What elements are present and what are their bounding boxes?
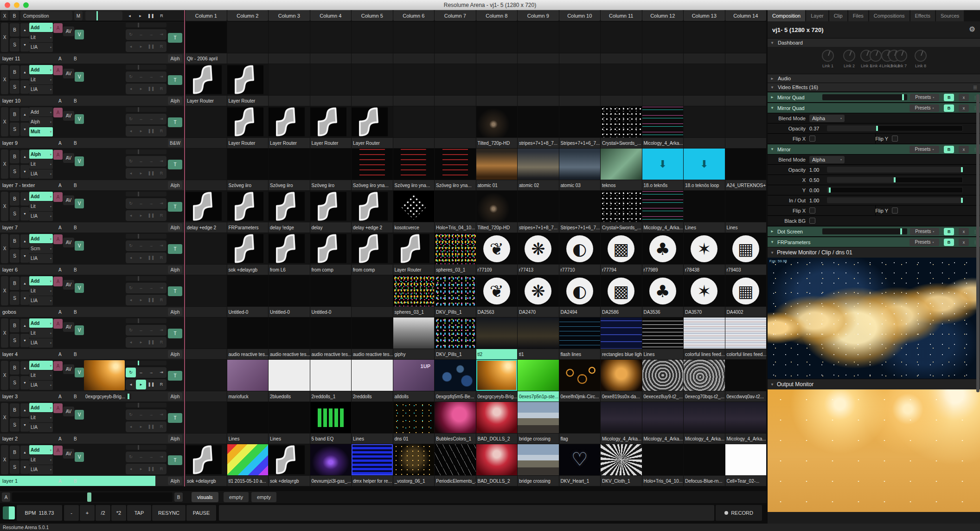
clip-thumbnail[interactable] (684, 444, 725, 475)
previous-frame-icon[interactable]: ◂ (126, 168, 136, 178)
layer-solo-button[interactable]: S (10, 165, 19, 178)
clip-name[interactable]: Lines (642, 349, 684, 359)
clip-cell[interactable]: Untitled-0 (310, 275, 352, 317)
hold-icon[interactable]: ⇥ (156, 368, 167, 377)
clip-thumbnail[interactable] (186, 444, 227, 475)
layer-clip-progress[interactable] (126, 65, 167, 70)
layer-blend-select[interactable]: LIA▾ (29, 423, 53, 432)
clip-name[interactable]: 0exelfn0jmk-Circ... (559, 391, 601, 401)
layer-name[interactable]: layer 3 (0, 394, 18, 399)
clip-name[interactable]: bridge crossing (518, 434, 559, 444)
loop-icon[interactable]: ↻ (126, 199, 136, 208)
clip-thumbnail[interactable] (476, 106, 518, 137)
clip-name[interactable]: dns 01 (393, 434, 435, 444)
crossfader-handle[interactable] (87, 492, 91, 502)
clip-name[interactable]: Holo+Tris_04_10... (435, 222, 476, 233)
clip-name[interactable]: 0exgrpfq5m5-Be... (435, 391, 476, 401)
clip-thumbnail[interactable] (393, 233, 435, 264)
gear-icon[interactable]: ⚙ (969, 25, 975, 33)
layer-clip-progress[interactable] (126, 445, 167, 450)
clip-cell[interactable]: BAD_DOLLS_2 (476, 402, 518, 444)
clip-thumbnail[interactable] (310, 275, 352, 306)
empty-clip-name[interactable] (559, 53, 601, 64)
deck-tab-visuals[interactable]: visuals (192, 492, 218, 502)
clip-name[interactable]: DA3536 (642, 307, 684, 317)
clip-thumbnail[interactable] (393, 402, 435, 433)
clip-cell[interactable]: colorful lines feed... (684, 317, 725, 359)
clip-thumbnail[interactable] (725, 149, 767, 180)
clip-cell[interactable]: Layer Router (269, 106, 310, 148)
layer-active-clip-thumbnail[interactable] (84, 360, 125, 390)
pause-icon[interactable]: ❚❚ (146, 380, 156, 389)
param-slider[interactable] (827, 197, 963, 203)
layer-transition-button[interactable]: T (168, 202, 182, 212)
clip-cell[interactable]: 0exelfn0jmk-Circ... (559, 360, 601, 401)
clip-cell[interactable]: 2reddolls_1 (310, 360, 352, 401)
clip-cell[interactable]: audio reactive tes... (227, 317, 269, 359)
effect-header-mirror-quad[interactable]: ▼Mirror QuadPresets▾Bx⋮ (768, 102, 980, 113)
clip-name[interactable]: 0exes7p5n1p-ste... (518, 391, 559, 401)
clip-thumbnail[interactable] (476, 191, 518, 222)
clip-thumbnail[interactable] (186, 64, 227, 95)
clip-thumbnail[interactable] (601, 64, 642, 95)
clip-name[interactable]: 0execg70bqs-t2_... (684, 391, 725, 401)
previous-frame-icon[interactable]: ◂ (126, 84, 136, 94)
layer-blend-select[interactable]: Add▾ (29, 403, 53, 412)
video-effects-header[interactable]: ▼ Video Effects (16) ☰ (768, 83, 980, 91)
tempo-button-[interactable]: - (64, 505, 79, 521)
empty-clip-cell[interactable] (435, 64, 476, 106)
tab-sources[interactable]: Sources (936, 10, 964, 21)
clip-cell[interactable]: Layer Router (186, 64, 227, 106)
clip-thumbnail[interactable] (476, 402, 518, 433)
clip-thumbnail[interactable] (310, 360, 352, 391)
clip-thumbnail[interactable] (559, 444, 601, 475)
crossfader-assign-a[interactable]: A (58, 56, 62, 61)
play-icon[interactable]: ▸ (136, 84, 146, 94)
resync-icon[interactable]: R (156, 211, 167, 220)
clip-cell[interactable]: Micology_4_Arka... (642, 106, 684, 148)
effect-remove-button[interactable]: x (959, 104, 969, 112)
clip-name[interactable]: Untitled-0 (310, 307, 352, 317)
dashboard-knob[interactable] (870, 50, 882, 62)
clip-thumbnail[interactable] (310, 64, 352, 95)
column-header-3[interactable]: Column 3 (269, 10, 310, 21)
previous-frame-icon[interactable]: ◂ (126, 211, 136, 220)
empty-clip-name[interactable] (352, 96, 393, 106)
clip-cell[interactable]: tl1 (518, 317, 559, 359)
effect-bypass-button[interactable]: B (944, 146, 954, 153)
empty-clip-cell[interactable] (435, 22, 476, 64)
clip-cell[interactable]: audio reactive tes... (310, 317, 352, 359)
layer-v-button[interactable]: V (75, 410, 84, 420)
clip-cell[interactable]: 18.o teknős (642, 149, 684, 190)
composition-master-fader[interactable] (85, 11, 122, 20)
effect-bypass-button[interactable]: B (944, 239, 954, 246)
previous-frame-icon[interactable]: ◂ (126, 464, 136, 474)
clip-thumbnail[interactable] (186, 402, 227, 433)
layer-transition-button[interactable]: T (168, 244, 182, 254)
pause-icon[interactable]: ❚❚ (146, 295, 156, 305)
column-header-14[interactable]: Column 14 (725, 10, 767, 21)
layer-up-arrow[interactable]: ▲ (20, 150, 29, 163)
clip-cell[interactable]: 0evxumjzi3l-gas_... (310, 444, 352, 486)
clip-name[interactable]: DKV_Pills_1 (435, 307, 476, 317)
record-button[interactable]: RECORD (716, 505, 762, 521)
previous-frame-icon[interactable]: ◂ (126, 422, 136, 432)
layer-transition-button[interactable]: T (168, 455, 182, 465)
crossfader-assign-b[interactable]: B (74, 225, 77, 230)
clip-cell[interactable]: Tilted_720p-HD (476, 106, 518, 148)
composition-transport-resync-button[interactable]: R (156, 13, 167, 18)
clip-name[interactable]: 0execez8uy9-t2_... (642, 391, 684, 401)
effect-bypass-button[interactable]: B (944, 228, 954, 235)
clip-thumbnail[interactable] (642, 444, 684, 475)
clip-thumbnail[interactable] (393, 317, 435, 349)
clip-thumbnail[interactable] (725, 360, 767, 391)
clip-name[interactable]: atomic 03 (559, 180, 601, 190)
empty-clip-cell[interactable] (642, 22, 684, 64)
clip-thumbnail[interactable] (601, 191, 642, 222)
clip-cell[interactable]: from comp (352, 233, 393, 275)
clip-cell[interactable]: Lines (725, 191, 767, 233)
empty-clip-name[interactable] (435, 96, 476, 106)
dashboard-knob[interactable] (822, 50, 834, 62)
layer-down-arrow[interactable]: ▼ (20, 460, 29, 474)
clip-thumbnail[interactable] (559, 106, 601, 137)
